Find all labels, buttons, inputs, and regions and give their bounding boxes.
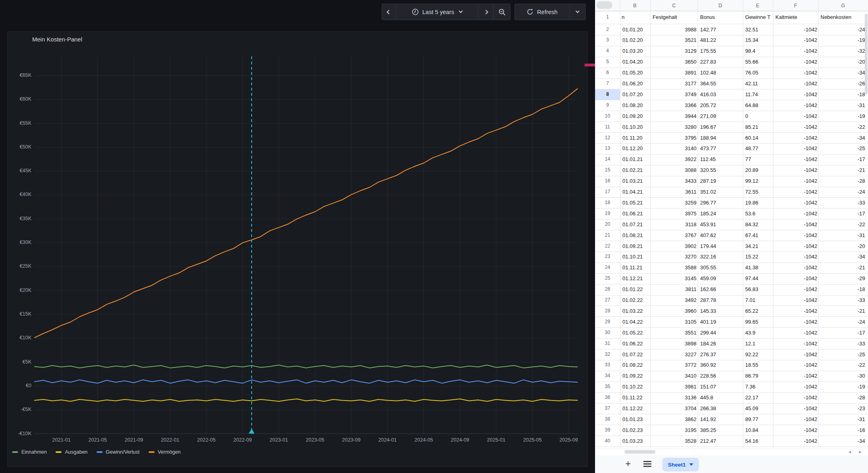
cell-date[interactable]: 01.03.20 xyxy=(622,48,643,54)
cell-festgehalt[interactable]: 3944 xyxy=(650,113,696,119)
cell-festgehalt[interactable]: 3772 xyxy=(650,362,696,368)
cell-festgehalt[interactable]: 3521 xyxy=(650,37,696,43)
cell-date[interactable]: 01.09.21 xyxy=(622,243,643,249)
cell-bonus[interactable]: 188.94 xyxy=(700,135,716,141)
row-number-5[interactable]: 5 xyxy=(595,59,620,64)
cell-date[interactable]: 01.10.21 xyxy=(622,254,643,260)
cell-nebenkosten[interactable]: -34 xyxy=(858,254,865,260)
cell-kaltmiete[interactable]: -1042 xyxy=(773,243,817,249)
cell-festgehalt[interactable]: 3922 xyxy=(650,156,696,162)
cell-date[interactable]: 01.01.21 xyxy=(622,156,643,162)
cell-kaltmiete[interactable]: -1042 xyxy=(773,27,817,33)
cell-gewinne[interactable]: 54.16 xyxy=(745,438,758,444)
cell-kaltmiete[interactable]: -1042 xyxy=(773,135,817,141)
row-number-18[interactable]: 18 xyxy=(595,200,620,205)
cell-nebenkosten[interactable]: -33 xyxy=(858,200,865,206)
cell-gewinne[interactable]: 85.21 xyxy=(745,124,758,130)
cell-date[interactable]: 01.11.20 xyxy=(622,135,643,141)
cell-gewinne[interactable]: 92.22 xyxy=(745,351,758,357)
horizontal-scrollbar[interactable]: ◂ ▸ xyxy=(595,448,868,455)
cell-bonus[interactable]: 179.44 xyxy=(700,243,716,249)
cell-bonus[interactable]: 184.26 xyxy=(700,341,716,347)
cell-festgehalt[interactable]: 3129 xyxy=(650,48,696,54)
cell-date[interactable]: 01.02.22 xyxy=(622,297,643,303)
cell-nebenkosten[interactable]: -31 xyxy=(858,232,865,238)
cell-kaltmiete[interactable]: -1042 xyxy=(773,178,817,184)
cell-kaltmiete[interactable]: -1042 xyxy=(773,438,817,444)
cell-bonus[interactable]: 320.55 xyxy=(700,167,716,173)
cell-bonus[interactable]: 445.8 xyxy=(700,395,713,401)
cell-kaltmiete[interactable]: -1042 xyxy=(773,91,817,97)
column-header-G[interactable]: G xyxy=(831,0,855,11)
cell-kaltmiete[interactable]: -1042 xyxy=(773,286,817,292)
cell-bonus[interactable]: 287.78 xyxy=(700,297,716,303)
cell-nebenkosten[interactable]: -19 xyxy=(858,37,865,43)
row-number-16[interactable]: 16 xyxy=(595,178,620,184)
cell-date[interactable]: 01.05.22 xyxy=(622,330,643,336)
row-number-2[interactable]: 2 xyxy=(595,27,620,32)
row-number-3[interactable]: 3 xyxy=(595,37,620,43)
cell-gewinne[interactable]: 45.09 xyxy=(745,405,758,411)
cell-bonus[interactable]: 459.09 xyxy=(700,275,716,281)
row-number-14[interactable]: 14 xyxy=(595,156,620,162)
cell-bonus[interactable]: 151.07 xyxy=(700,384,716,390)
cell-nebenkosten[interactable]: -22 xyxy=(858,124,865,130)
cell-gewinne[interactable]: 86.79 xyxy=(745,373,758,379)
cell-bonus[interactable]: 453.91 xyxy=(700,221,716,227)
cell-kaltmiete[interactable]: -1042 xyxy=(773,37,817,43)
header-cell-nebenkosten[interactable]: Nebenkosten xyxy=(820,14,851,20)
cell-bonus[interactable]: 296.77 xyxy=(700,200,716,206)
cell-bonus[interactable]: 385.25 xyxy=(700,427,716,433)
cell-bonus[interactable]: 142.77 xyxy=(700,27,716,33)
cell-nebenkosten[interactable]: -21 xyxy=(858,167,865,173)
cell-bonus[interactable]: 212.47 xyxy=(700,438,716,444)
cell-festgehalt[interactable]: 3270 xyxy=(650,254,696,260)
column-header-B[interactable]: B xyxy=(623,0,647,11)
cell-nebenkosten[interactable]: -31 xyxy=(858,416,865,422)
cell-bonus[interactable]: 205.72 xyxy=(700,102,716,108)
cell-festgehalt[interactable]: 3492 xyxy=(650,297,696,303)
cell-bonus[interactable]: 322.16 xyxy=(700,254,716,260)
cell-kaltmiete[interactable]: -1042 xyxy=(773,221,817,227)
column-header-F[interactable]: F xyxy=(783,0,808,11)
cell-nebenkosten[interactable]: -20 xyxy=(858,243,865,249)
cell-kaltmiete[interactable]: -1042 xyxy=(773,362,817,368)
cell-bonus[interactable]: 276.37 xyxy=(700,351,716,357)
cell-date[interactable]: 01.03.21 xyxy=(622,178,643,184)
cell-gewinne[interactable]: 7.01 xyxy=(745,297,755,303)
cell-gewinne[interactable]: 77 xyxy=(745,156,751,162)
cell-bonus[interactable]: 141.92 xyxy=(700,416,716,422)
cell-bonus[interactable]: 407.62 xyxy=(700,232,716,238)
cell-gewinne[interactable]: 72.55 xyxy=(745,189,758,195)
cell-nebenkosten[interactable]: -19 xyxy=(858,384,865,390)
cell-bonus[interactable]: 227.83 xyxy=(700,59,716,65)
cell-nebenkosten[interactable]: -16 xyxy=(858,427,865,433)
header-cell-festgehalt[interactable]: Festgehalt xyxy=(653,14,677,20)
row-number-22[interactable]: 22 xyxy=(595,243,620,249)
cell-festgehalt[interactable]: 3227 xyxy=(650,351,696,357)
cell-nebenkosten[interactable]: -21 xyxy=(858,308,865,314)
cell-date[interactable]: 01.06.22 xyxy=(622,341,643,347)
cell-date[interactable]: 01.08.22 xyxy=(622,362,643,368)
cell-gewinne[interactable]: 56.83 xyxy=(745,286,758,292)
cell-gewinne[interactable]: 55.66 xyxy=(745,59,758,65)
cell-date[interactable]: 01.09.20 xyxy=(622,113,643,119)
cell-kaltmiete[interactable]: -1042 xyxy=(773,59,817,65)
legend-item-ausgaben[interactable]: Ausgaben xyxy=(56,449,87,455)
cell-gewinne[interactable]: 64.88 xyxy=(745,102,758,108)
cell-kaltmiete[interactable]: -1042 xyxy=(773,373,817,379)
cell-date[interactable]: 01.01.23 xyxy=(622,416,643,422)
cell-kaltmiete[interactable]: -1042 xyxy=(773,113,817,119)
cell-nebenkosten[interactable]: -18 xyxy=(858,286,865,292)
cell-gewinne[interactable]: 34.21 xyxy=(745,243,758,249)
cell-date[interactable]: 01.11.21 xyxy=(622,264,643,271)
header-cell-kaltmiete[interactable]: Kaltmiete xyxy=(775,14,797,20)
cell-nebenkosten[interactable]: -24 xyxy=(858,189,865,195)
header-cell-bonus[interactable]: Bonus xyxy=(700,14,715,20)
cell-date[interactable]: 01.03.22 xyxy=(622,308,643,314)
cell-kaltmiete[interactable]: -1042 xyxy=(773,264,817,271)
cell-date[interactable]: 01.02.23 xyxy=(622,427,643,433)
cell-gewinne[interactable]: 48.77 xyxy=(745,145,758,151)
cell-nebenkosten[interactable]: -19 xyxy=(858,113,865,119)
column-header-C[interactable]: C xyxy=(662,0,686,11)
